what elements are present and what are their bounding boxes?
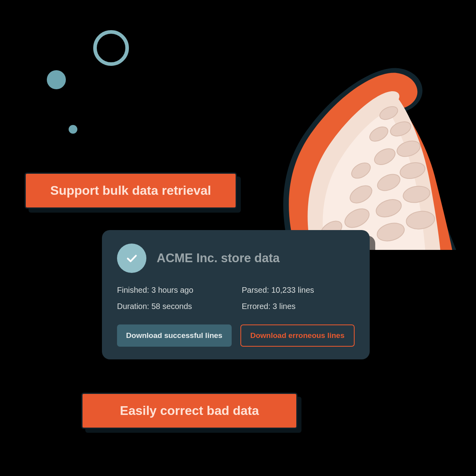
job-title: ACME Inc. store data — [157, 251, 280, 265]
checkmark-icon — [117, 244, 146, 273]
badge-correct-data-label: Easily correct bad data — [120, 403, 259, 418]
badge-bulk-data-label: Support bulk data retrieval — [50, 183, 211, 198]
job-card-header: ACME Inc. store data — [117, 244, 355, 273]
download-error-label: Download erroneous lines — [250, 331, 345, 340]
job-card: ACME Inc. store data Finished: 3 hours a… — [102, 230, 370, 359]
stat-parsed: Parsed: 10,233 lines — [242, 286, 355, 295]
stat-finished: Finished: 3 hours ago — [117, 286, 230, 295]
job-actions: Download successful lines Download erron… — [117, 324, 355, 347]
stat-duration: Duration: 58 seconds — [117, 302, 230, 311]
bubble-ring — [93, 30, 129, 66]
tentacle-illustration — [242, 28, 456, 250]
download-error-button[interactable]: Download erroneous lines — [240, 324, 355, 347]
stat-errored: Errored: 3 lines — [242, 302, 355, 311]
bubble-dot — [47, 70, 66, 89]
badge-correct-data: Easily correct bad data — [81, 393, 298, 429]
badge-bulk-data: Support bulk data retrieval — [25, 173, 237, 209]
download-success-button[interactable]: Download successful lines — [117, 324, 232, 347]
download-success-label: Download successful lines — [126, 331, 223, 340]
bubble-dot-small — [69, 125, 77, 134]
job-stats: Finished: 3 hours ago Parsed: 10,233 lin… — [117, 286, 355, 311]
